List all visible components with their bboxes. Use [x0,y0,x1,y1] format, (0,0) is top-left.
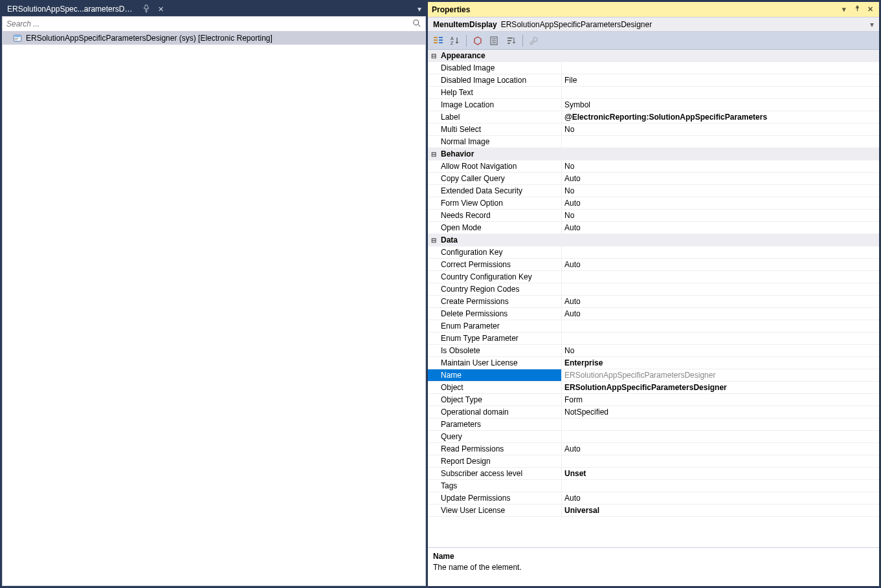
property-value[interactable] [562,136,879,147]
property-value[interactable]: Auto [562,197,879,209]
tree-root-row[interactable]: ERSolutionAppSpecificParametersDesigner … [3,32,425,45]
property-row[interactable]: Subscriber access levelUnset [428,468,879,480]
property-row[interactable]: Read PermissionsAuto [428,443,879,455]
property-row[interactable]: Is ObsoleteNo [428,345,879,357]
property-row[interactable]: Object TypeForm [428,394,879,406]
close-icon[interactable]: ✕ [156,5,165,14]
property-name: Configuration Key [428,246,562,258]
property-row[interactable]: Needs RecordNo [428,210,879,222]
search-icon[interactable] [412,19,421,30]
chevron-down-icon[interactable]: ▾ [870,20,874,29]
property-value[interactable] [562,320,879,332]
property-row[interactable]: Image LocationSymbol [428,99,879,111]
property-value[interactable]: @ElectronicReporting:SolutionAppSpecific… [562,111,879,123]
property-value[interactable] [562,246,879,258]
property-row[interactable]: Configuration Key [428,246,879,259]
property-value[interactable]: Auto [562,222,879,234]
property-value[interactable]: No [562,160,879,172]
property-value[interactable]: Unset [562,468,879,479]
property-value[interactable]: No [562,210,879,221]
property-value[interactable]: Auto [562,296,879,307]
property-row[interactable]: Query [428,431,879,443]
property-category[interactable]: ⊟Behavior [428,148,879,160]
property-value[interactable] [562,455,879,467]
designer-tree[interactable]: ERSolutionAppSpecificParametersDesigner … [2,32,426,586]
property-value[interactable]: No [562,345,879,356]
property-row[interactable]: Country Configuration Key [428,271,879,283]
property-row[interactable]: Allow Root NavigationNo [428,160,879,173]
property-value[interactable]: Auto [562,443,879,455]
property-value[interactable] [562,480,879,492]
property-value[interactable]: Enterprise [562,357,879,369]
close-icon[interactable]: ✕ [865,5,875,14]
property-value[interactable]: No [562,185,879,197]
property-value[interactable] [562,419,879,430]
collapse-icon[interactable]: ⊟ [429,51,438,60]
property-row[interactable]: Enum Type Parameter [428,332,879,345]
pin-icon[interactable] [142,5,151,14]
property-row[interactable]: Operational domainNotSpecified [428,406,879,419]
property-row[interactable]: Help Text [428,87,879,99]
property-row[interactable]: Label@ElectronicReporting:SolutionAppSpe… [428,111,879,124]
property-value[interactable]: Auto [562,308,879,320]
property-row[interactable]: Parameters [428,419,879,431]
document-tab[interactable]: ERSolutionAppSpec...arametersDesigner ✕ [2,2,170,16]
property-row[interactable]: Extended Data SecurityNo [428,185,879,197]
tab-overflow-chevron-icon[interactable]: ▾ [413,2,426,16]
property-row[interactable]: Correct PermissionsAuto [428,259,879,271]
alphabetical-icon[interactable]: AZ [447,34,463,48]
property-value[interactable]: Auto [562,259,879,270]
property-row[interactable]: NameERSolutionAppSpecificParametersDesig… [428,369,879,382]
property-row[interactable]: Copy Caller QueryAuto [428,173,879,185]
property-value[interactable] [562,283,879,295]
property-row[interactable]: Disabled Image [428,62,879,74]
property-category[interactable]: ⊟Appearance [428,50,879,62]
property-value[interactable]: Auto [562,492,879,504]
property-value[interactable]: Auto [562,173,879,184]
property-row[interactable]: Normal Image [428,136,879,148]
property-row[interactable]: ObjectERSolutionAppSpecificParametersDes… [428,382,879,394]
property-row[interactable]: Report Design [428,455,879,468]
property-row[interactable]: View User LicenseUniversal [428,505,879,517]
property-value[interactable]: Symbol [562,99,879,111]
property-value[interactable]: Form [562,394,879,406]
property-row[interactable]: Disabled Image LocationFile [428,74,879,87]
property-row[interactable]: Open ModeAuto [428,222,879,234]
property-value[interactable] [562,431,879,442]
property-value[interactable]: No [562,124,879,135]
property-category[interactable]: ⊟Data [428,234,879,246]
search-input[interactable] [6,19,412,28]
property-name: Object Type [428,394,562,406]
properties-grid[interactable]: ⊟AppearanceDisabled ImageDisabled Image … [428,50,879,547]
property-value[interactable] [562,332,879,344]
property-row[interactable]: Enum Parameter [428,320,879,332]
property-value[interactable]: ERSolutionAppSpecificParametersDesigner [562,369,879,381]
category-label: Appearance [441,51,485,60]
extensions-icon[interactable] [470,34,485,48]
categorized-icon[interactable] [430,34,446,48]
property-row[interactable]: Update PermissionsAuto [428,492,879,505]
property-row[interactable]: Form View OptionAuto [428,197,879,210]
property-value[interactable]: ERSolutionAppSpecificParametersDesigner [562,382,879,393]
collapse-icon[interactable]: ⊟ [429,149,438,158]
property-value[interactable] [562,62,879,74]
property-value[interactable] [562,271,879,283]
property-row[interactable]: Tags [428,480,879,492]
description-name: Name [433,552,874,561]
property-row[interactable]: Delete PermissionsAuto [428,308,879,320]
property-row[interactable]: Create PermissionsAuto [428,296,879,308]
property-row[interactable]: Maintain User LicenseEnterprise [428,357,879,369]
property-pages-icon[interactable] [487,34,502,48]
svg-rect-10 [439,39,443,41]
property-row[interactable]: Multi SelectNo [428,124,879,136]
property-value[interactable]: NotSpecified [562,406,879,418]
property-value[interactable] [562,87,879,98]
pin-icon[interactable] [852,5,862,14]
property-row[interactable]: Country Region Codes [428,283,879,296]
collapse-icon[interactable]: ⊟ [429,235,438,245]
sort-icon[interactable] [504,34,519,48]
window-position-icon[interactable]: ▾ [839,5,849,14]
property-value[interactable]: Universal [562,505,879,516]
properties-object-selector[interactable]: MenuItemDisplay ERSolutionAppSpecificPar… [428,17,879,32]
property-value[interactable]: File [562,74,879,86]
